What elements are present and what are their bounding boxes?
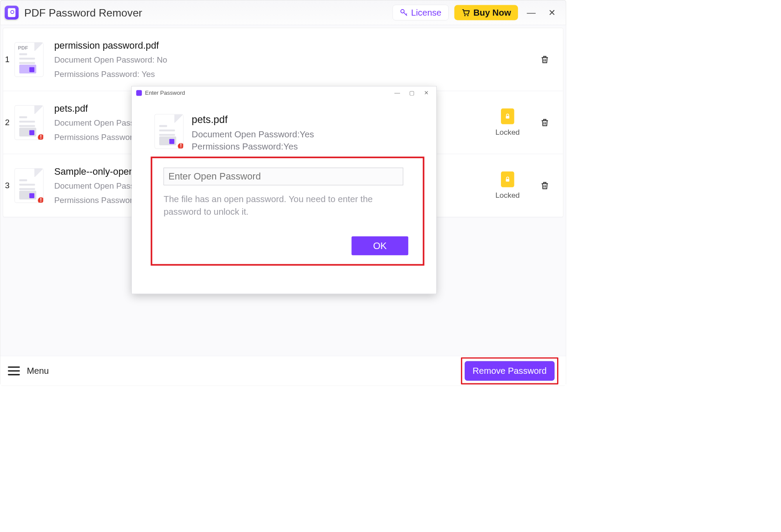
dialog-open-pwd: Document Open Password:Yes: [192, 128, 314, 140]
alert-icon: [37, 133, 43, 140]
hamburger-icon: [8, 366, 20, 375]
trash-icon: [540, 55, 550, 64]
enter-password-dialog: Enter Password — ▢ ✕ pets.pdf Document O…: [131, 86, 437, 294]
svg-point-1: [464, 15, 466, 16]
delete-button[interactable]: [539, 54, 551, 65]
dialog-title: Enter Password: [145, 90, 185, 96]
svg-rect-3: [506, 116, 509, 118]
window-close-button[interactable]: ✕: [544, 5, 560, 20]
locked-indicator: Locked: [486, 108, 530, 136]
app-logo-icon: [5, 6, 19, 20]
titlebar: PDF Password Remover License Buy Now — ✕: [0, 0, 566, 25]
dialog-help-text: The file has an open password. You need …: [164, 193, 406, 219]
dialog-app-icon: [136, 90, 142, 96]
file-perm-pwd: Permissions Password: Yes: [54, 69, 486, 79]
dialog-file-summary: pets.pdf Document Open Password:Yes Perm…: [154, 114, 422, 153]
dialog-minimize-button[interactable]: —: [391, 90, 403, 96]
trash-icon: [540, 181, 550, 190]
file-row[interactable]: 1 PDF permission password.pdf Document O…: [3, 28, 563, 91]
dialog-perm-pwd: Permissions Password:Yes: [192, 140, 314, 153]
trash-icon: [540, 118, 550, 127]
dialog-body: pets.pdf Document Open Password:Yes Perm…: [132, 100, 436, 294]
alert-icon: [37, 196, 43, 203]
file-thumbnail-icon: [14, 105, 43, 140]
row-index: 2: [3, 117, 13, 127]
svg-point-0: [401, 10, 404, 13]
locked-indicator: Locked: [486, 171, 530, 200]
buy-now-button[interactable]: Buy Now: [454, 5, 518, 20]
dialog-maximize-button[interactable]: ▢: [406, 90, 417, 96]
dialog-file-name: pets.pdf: [192, 114, 314, 126]
menu-label: Menu: [27, 366, 49, 376]
lock-icon: [501, 171, 514, 187]
app-title: PDF Password Remover: [24, 7, 142, 19]
file-info: permission password.pdf Document Open Pa…: [54, 40, 486, 79]
file-thumbnail-icon: [154, 114, 184, 149]
app-window: PDF Password Remover License Buy Now — ✕…: [0, 0, 566, 386]
locked-label: Locked: [495, 191, 520, 200]
open-password-input[interactable]: [164, 168, 403, 186]
dialog-titlebar[interactable]: Enter Password — ▢ ✕: [132, 86, 436, 100]
file-thumbnail-icon: [14, 168, 43, 203]
remove-password-highlight: Remove Password: [461, 357, 558, 384]
license-button[interactable]: License: [392, 5, 448, 20]
key-icon: [400, 9, 408, 17]
window-minimize-button[interactable]: —: [524, 5, 539, 20]
footer: Menu Remove Password: [0, 356, 566, 386]
row-index: 3: [3, 180, 13, 190]
row-index: 1: [3, 54, 13, 64]
ok-button[interactable]: OK: [351, 236, 408, 255]
file-name: permission password.pdf: [54, 40, 486, 51]
buy-now-label: Buy Now: [473, 7, 511, 17]
locked-label: Locked: [495, 128, 520, 136]
license-label: License: [411, 7, 441, 17]
dialog-input-highlight: The file has an open password. You need …: [151, 157, 424, 266]
svg-point-2: [467, 15, 469, 16]
file-thumbnail-icon: PDF: [14, 42, 43, 77]
delete-button[interactable]: [539, 117, 551, 128]
remove-password-button[interactable]: Remove Password: [465, 361, 555, 380]
alert-icon: [177, 142, 184, 149]
svg-rect-4: [506, 179, 509, 181]
dialog-close-button[interactable]: ✕: [421, 90, 432, 96]
file-open-pwd: Document Open Password: No: [54, 55, 486, 65]
menu-button[interactable]: Menu: [8, 366, 49, 376]
cart-icon: [461, 8, 470, 17]
delete-button[interactable]: [539, 180, 551, 191]
lock-icon: [501, 108, 514, 124]
